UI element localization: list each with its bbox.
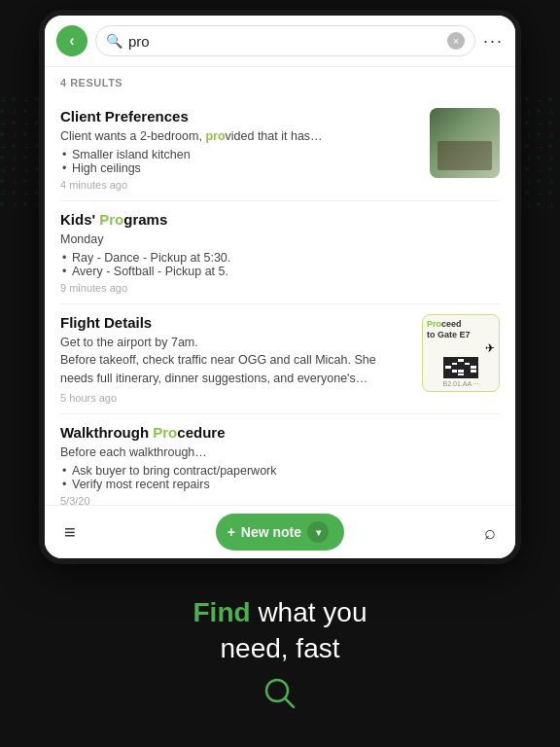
list-item: High ceilings bbox=[60, 161, 420, 175]
note-list: Ask buyer to bring contract/paperwork Ve… bbox=[60, 464, 500, 491]
note-time: 9 minutes ago bbox=[60, 282, 500, 294]
note-card-flight-details[interactable]: Flight Details Get to the airport by 7am… bbox=[60, 304, 500, 414]
back-button[interactable]: ‹ bbox=[56, 25, 88, 56]
ticket-header: Proceedto Gate E7 bbox=[427, 319, 495, 341]
svg-line-1 bbox=[285, 698, 294, 707]
results-count: 4 RESULTS bbox=[60, 77, 500, 89]
note-title: Kids' Programs bbox=[60, 211, 500, 228]
note-time: 5/3/20 bbox=[60, 495, 500, 506]
list-item: Ray - Dance - Pickup at 5:30. bbox=[60, 251, 500, 265]
note-body: Monday bbox=[60, 231, 500, 249]
chevron-down-icon[interactable]: ▾ bbox=[307, 521, 329, 543]
ticket-qr-code bbox=[443, 357, 478, 378]
note-card-walkthrough-procedure[interactable]: Walkthrough Procedure Before each walkth… bbox=[60, 414, 500, 505]
list-item: Verify most recent repairs bbox=[60, 478, 500, 491]
note-title: Client Preferences bbox=[60, 108, 420, 124]
search-input[interactable] bbox=[128, 33, 441, 50]
results-area: 4 RESULTS Client Preferences Client want… bbox=[45, 67, 515, 505]
list-item: Smaller island kitchen bbox=[60, 148, 420, 161]
note-time: 4 minutes ago bbox=[60, 179, 420, 191]
kitchen-image bbox=[430, 108, 500, 178]
tablet-screen: ‹ 🔍 × ··· 4 RESULTS Client Preferences C… bbox=[45, 16, 515, 558]
note-time: 5 hours ago bbox=[60, 392, 412, 404]
menu-button[interactable]: ≡ bbox=[64, 521, 76, 544]
search-icon: 🔍 bbox=[106, 33, 122, 49]
note-content: Client Preferences Client wants a 2-bedr… bbox=[60, 108, 420, 191]
note-list: Smaller island kitchen High ceilings bbox=[60, 148, 420, 175]
note-title: Flight Details bbox=[60, 314, 412, 331]
ticket-plane-icon: ✈ bbox=[427, 341, 495, 355]
new-note-button[interactable]: + New note ▾ bbox=[216, 514, 344, 551]
list-item: Avery - Softball - Pickup at 5. bbox=[60, 265, 500, 278]
search-bar: ‹ 🔍 × ··· bbox=[45, 16, 515, 67]
tagline-text: Find what youneed, fast bbox=[193, 595, 368, 666]
note-card-kids-programs[interactable]: Kids' Programs Monday Ray - Dance - Pick… bbox=[60, 201, 500, 304]
tablet-frame: ‹ 🔍 × ··· 4 RESULTS Client Preferences C… bbox=[39, 10, 521, 564]
note-content: Kids' Programs Monday Ray - Dance - Pick… bbox=[60, 211, 500, 294]
ticket-thumbnail: Proceedto Gate E7 ✈ B2.01.AA ··· bbox=[422, 314, 500, 392]
note-body: Client wants a 2-bedroom, provided that … bbox=[60, 127, 420, 146]
list-item: Ask buyer to bring contract/paperwork bbox=[60, 464, 500, 478]
note-thumbnail bbox=[430, 108, 500, 178]
bottom-toolbar: ≡ + New note ▾ ⌕ bbox=[45, 505, 515, 558]
plus-icon: + bbox=[228, 524, 235, 540]
note-list: Ray - Dance - Pickup at 5:30. Avery - So… bbox=[60, 251, 500, 278]
ticket-code: B2.01.AA ··· bbox=[427, 380, 495, 387]
note-body: Get to the airport by 7am. Before takeof… bbox=[60, 334, 412, 388]
note-content: Walkthrough Procedure Before each walkth… bbox=[60, 424, 500, 505]
new-note-label: New note bbox=[241, 524, 301, 540]
search-input-wrap: 🔍 × bbox=[95, 25, 475, 56]
note-content: Flight Details Get to the airport by 7am… bbox=[60, 314, 412, 404]
more-options-button[interactable]: ··· bbox=[483, 31, 504, 52]
search-button[interactable]: ⌕ bbox=[484, 521, 496, 544]
tagline-section: Find what youneed, fast bbox=[0, 567, 560, 747]
clear-button[interactable]: × bbox=[447, 32, 465, 50]
note-card-client-preferences[interactable]: Client Preferences Client wants a 2-bedr… bbox=[60, 98, 500, 201]
search-icon-large bbox=[262, 676, 298, 719]
tagline-find: Find bbox=[193, 597, 251, 627]
note-title: Walkthrough Procedure bbox=[60, 424, 500, 441]
note-body: Before each walkthrough… bbox=[60, 444, 500, 462]
